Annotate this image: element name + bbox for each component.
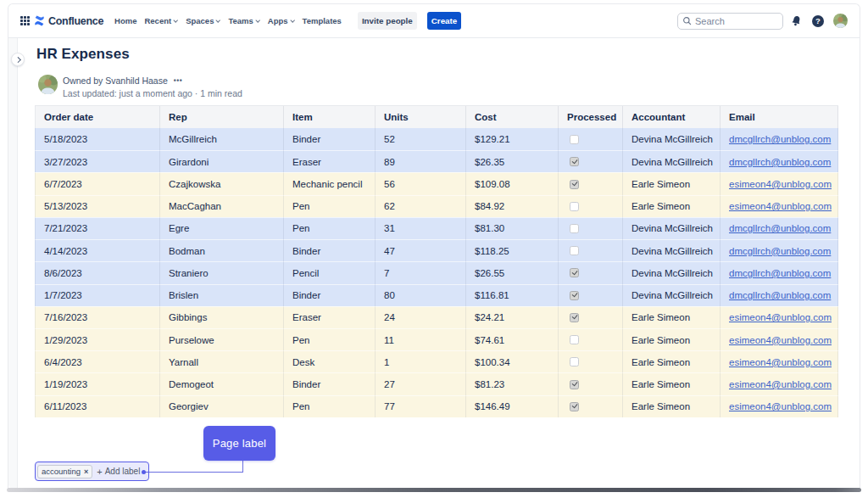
chevron-down-icon [215, 19, 220, 24]
owner-avatar[interactable] [38, 75, 58, 94]
invite-people-button[interactable]: Invite people [358, 12, 417, 30]
cell-processed [559, 261, 623, 283]
cell-accountant: Devina McGillreich [623, 284, 721, 306]
sidebar-expand-button[interactable] [11, 53, 25, 66]
cell-rep: Czajkowska [160, 172, 284, 194]
search-box[interactable] [677, 13, 783, 30]
table-row: 1/7/2023BrislenBinder80$116.81Devina McG… [35, 284, 838, 306]
collapsed-sidebar [8, 38, 18, 489]
nav-right-cluster: ? [677, 13, 860, 30]
cell-email: esimeon4@unblog.com [721, 306, 838, 328]
table-header-row: Order dateRepItemUnitsCostProcessedAccou… [35, 106, 838, 128]
cell-processed [559, 195, 623, 217]
cell-email: esimeon4@unblog.com [721, 395, 838, 417]
chevron-down-icon [173, 19, 178, 24]
email-link[interactable]: dmcgllrch@unblog.com [729, 134, 831, 144]
email-link[interactable]: dmcgllrch@unblog.com [729, 246, 831, 256]
nav-item-teams[interactable]: Teams [228, 16, 259, 25]
column-header-email: Email [721, 106, 838, 128]
remove-label-icon[interactable]: × [84, 467, 88, 476]
cell-accountant: Earle Simeon [623, 328, 721, 350]
label-chip-accounting[interactable]: accounting × [37, 465, 92, 478]
cell-email: dmcgllrch@unblog.com [721, 128, 838, 150]
checkbox-checked[interactable] [570, 268, 579, 277]
more-actions-icon[interactable]: ••• [174, 76, 182, 85]
cell-accountant: Devina McGillreich [623, 128, 721, 150]
cell-cost: $129.21 [466, 128, 559, 150]
checkbox-unchecked[interactable] [570, 202, 579, 211]
checkbox-unchecked[interactable] [570, 246, 579, 255]
column-header-accountant: Accountant [623, 106, 721, 128]
confluence-logo[interactable]: Confluence [34, 15, 103, 27]
cell-processed [559, 372, 623, 394]
cell-processed [559, 306, 623, 328]
user-avatar[interactable] [833, 14, 848, 28]
cell-email: esimeon4@unblog.com [721, 195, 838, 217]
checkbox-checked[interactable] [570, 402, 579, 411]
cell-email: esimeon4@unblog.com [721, 372, 838, 394]
email-link[interactable]: dmcgllrch@unblog.com [729, 157, 831, 167]
cell-processed [559, 217, 623, 239]
email-link[interactable]: esimeon4@unblog.com [729, 179, 832, 189]
cell-units: 52 [376, 128, 466, 150]
cell-rep: Georgiev [160, 395, 284, 417]
checkbox-unchecked[interactable] [570, 357, 579, 367]
checkbox-unchecked[interactable] [570, 335, 579, 344]
create-button[interactable]: Create [427, 12, 462, 30]
email-link[interactable]: esimeon4@unblog.com [729, 201, 832, 211]
notifications-bell-icon[interactable] [790, 14, 803, 27]
email-link[interactable]: esimeon4@unblog.com [729, 357, 832, 367]
user-avatar-photo [833, 14, 848, 28]
email-link[interactable]: esimeon4@unblog.com [729, 335, 832, 345]
cell-accountant: Earle Simeon [623, 172, 721, 194]
search-input[interactable] [695, 16, 771, 26]
cell-rep: Yarnall [160, 350, 284, 372]
nav-item-recent[interactable]: Recent [144, 16, 178, 25]
cell-order_date: 6/11/2023 [35, 395, 160, 417]
cell-item: Binder [284, 284, 376, 306]
owned-by-text[interactable]: Owned by Svanhild Haase [63, 76, 168, 86]
nav-item-templates[interactable]: Templates [303, 16, 342, 25]
checkbox-checked[interactable] [570, 380, 579, 389]
email-link[interactable]: esimeon4@unblog.com [729, 379, 832, 389]
table-row: 6/7/2023CzajkowskaMechanic pencil56$109.… [35, 172, 838, 194]
email-link[interactable]: dmcgllrch@unblog.com [729, 268, 831, 278]
page-label-tooltip[interactable]: Page label [203, 426, 275, 461]
checkbox-unchecked[interactable] [570, 224, 579, 233]
cell-order_date: 6/7/2023 [35, 172, 160, 194]
cell-rep: Demogeot [160, 372, 284, 394]
email-link[interactable]: dmcgllrch@unblog.com [729, 223, 831, 233]
checkbox-checked[interactable] [570, 157, 579, 166]
add-label-button[interactable]: + Add label [97, 467, 140, 477]
cell-units: 31 [376, 217, 466, 239]
cell-order_date: 7/16/2023 [35, 306, 160, 328]
cell-rep: Brislen [160, 284, 284, 306]
cell-email: esimeon4@unblog.com [721, 328, 838, 350]
app-switcher-icon[interactable] [20, 16, 30, 25]
cell-item: Eraser [284, 150, 376, 172]
help-icon[interactable]: ? [812, 15, 824, 27]
checkbox-unchecked[interactable] [570, 135, 579, 144]
email-link[interactable]: esimeon4@unblog.com [729, 312, 832, 322]
cell-rep: Egre [160, 217, 284, 239]
cell-processed [559, 284, 623, 306]
table-row: 8/6/2023StranieroPencil7$26.55Devina McG… [35, 261, 838, 283]
cell-rep: Gibbings [160, 306, 284, 328]
cell-rep: Purselowe [160, 328, 284, 350]
cell-processed [559, 239, 623, 261]
plus-icon: + [97, 467, 102, 477]
expenses-table: Order dateRepItemUnitsCostProcessedAccou… [35, 105, 838, 417]
page-title: HR Expenses [36, 46, 130, 63]
checkbox-checked[interactable] [570, 313, 579, 322]
email-link[interactable]: dmcgllrch@unblog.com [729, 290, 831, 300]
cell-units: 27 [376, 372, 466, 394]
nav-item-spaces[interactable]: Spaces [186, 16, 220, 25]
checkbox-checked[interactable] [570, 291, 579, 300]
nav-item-apps[interactable]: Apps [268, 16, 295, 25]
cell-rep: Girardoni [160, 150, 284, 172]
confluence-logo-icon [34, 15, 45, 26]
nav-item-home[interactable]: Home [114, 16, 136, 25]
checkbox-checked[interactable] [570, 180, 579, 189]
email-link[interactable]: esimeon4@unblog.com [729, 401, 832, 411]
nav-item-label: Teams [228, 16, 253, 25]
